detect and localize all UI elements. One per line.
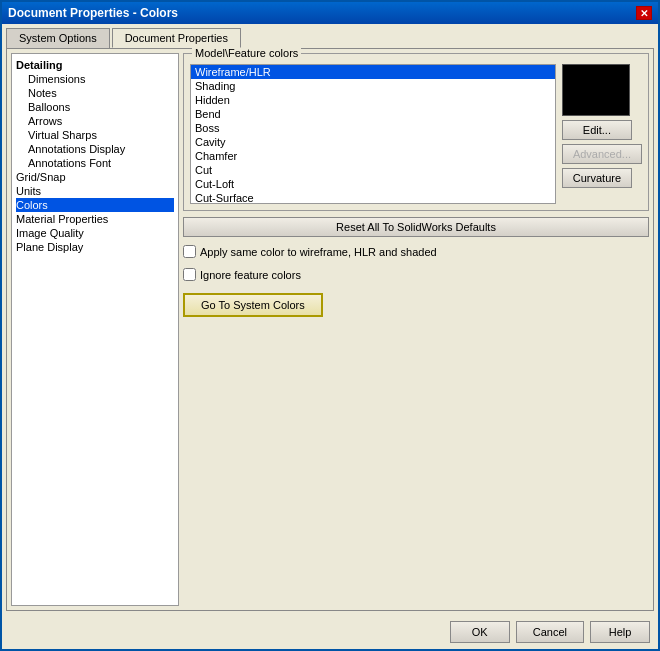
tab-system-options[interactable]: System Options: [6, 28, 110, 48]
color-actions: Edit... Advanced... Curvature: [562, 64, 642, 204]
checkbox-ignore-feature-colors[interactable]: [183, 268, 196, 281]
tree-arrows[interactable]: Arrows: [16, 114, 174, 128]
edit-button[interactable]: Edit...: [562, 120, 632, 140]
group-title: Model\Feature colors: [192, 47, 301, 59]
tree-annotations-font[interactable]: Annotations Font: [16, 156, 174, 170]
list-item-boss[interactable]: Boss: [191, 121, 555, 135]
tree-image-quality[interactable]: Image Quality: [16, 226, 174, 240]
tree-virtual-sharps[interactable]: Virtual Sharps: [16, 128, 174, 142]
goto-button-container: Go To System Colors: [183, 289, 649, 317]
list-item-wireframe[interactable]: Wireframe/HLR: [191, 65, 555, 79]
color-preview-swatch: [562, 64, 630, 116]
tree-balloons[interactable]: Balloons: [16, 100, 174, 114]
ok-button[interactable]: OK: [450, 621, 510, 643]
checkbox-ignore-feature-colors-row: Ignore feature colors: [183, 266, 649, 283]
curvature-button[interactable]: Curvature: [562, 168, 632, 188]
checkbox-apply-same-color[interactable]: [183, 245, 196, 258]
close-button[interactable]: ✕: [636, 6, 652, 20]
window-title: Document Properties - Colors: [8, 6, 178, 20]
bottom-bar: OK Cancel Help: [2, 615, 658, 649]
list-item-bend[interactable]: Bend: [191, 107, 555, 121]
tree-dimensions[interactable]: Dimensions: [16, 72, 174, 86]
tree-plane-display[interactable]: Plane Display: [16, 240, 174, 254]
tree-units[interactable]: Units: [16, 184, 174, 198]
list-item-chamfer[interactable]: Chamfer: [191, 149, 555, 163]
tree-annotations-display[interactable]: Annotations Display: [16, 142, 174, 156]
tree-colors[interactable]: Colors: [16, 198, 174, 212]
tree-grid-snap[interactable]: Grid/Snap: [16, 170, 174, 184]
list-item-cut-surface[interactable]: Cut-Surface: [191, 191, 555, 204]
advanced-button[interactable]: Advanced...: [562, 144, 642, 164]
title-bar: Document Properties - Colors ✕: [2, 2, 658, 24]
list-item-shading[interactable]: Shading: [191, 79, 555, 93]
tabs-row: System Options Document Properties: [2, 24, 658, 48]
tree-material-properties[interactable]: Material Properties: [16, 212, 174, 226]
checkbox-apply-same-color-row: Apply same color to wireframe, HLR and s…: [183, 243, 649, 260]
right-panel: Model\Feature colors Wireframe/HLR Shadi…: [183, 53, 649, 606]
goto-system-colors-button[interactable]: Go To System Colors: [183, 293, 323, 317]
tree-detailing[interactable]: Detailing: [16, 58, 174, 72]
checkbox-ignore-feature-colors-label: Ignore feature colors: [200, 269, 301, 281]
left-panel-tree: Detailing Dimensions Notes Balloons Arro…: [11, 53, 179, 606]
model-feature-colors-group: Model\Feature colors Wireframe/HLR Shadi…: [183, 53, 649, 211]
tree-notes[interactable]: Notes: [16, 86, 174, 100]
list-item-hidden[interactable]: Hidden: [191, 93, 555, 107]
color-list-box[interactable]: Wireframe/HLR Shading Hidden Bend Boss C…: [190, 64, 556, 204]
main-window: Document Properties - Colors ✕ System Op…: [0, 0, 660, 651]
list-item-cut-loft[interactable]: Cut-Loft: [191, 177, 555, 191]
cancel-button[interactable]: Cancel: [516, 621, 584, 643]
checkbox-apply-same-color-label: Apply same color to wireframe, HLR and s…: [200, 246, 437, 258]
list-item-cut[interactable]: Cut: [191, 163, 555, 177]
colors-content: Wireframe/HLR Shading Hidden Bend Boss C…: [190, 64, 642, 204]
list-item-cavity[interactable]: Cavity: [191, 135, 555, 149]
tab-document-properties[interactable]: Document Properties: [112, 28, 241, 48]
reset-button[interactable]: Reset All To SolidWorks Defaults: [183, 217, 649, 237]
help-button[interactable]: Help: [590, 621, 650, 643]
main-content: Detailing Dimensions Notes Balloons Arro…: [6, 48, 654, 611]
